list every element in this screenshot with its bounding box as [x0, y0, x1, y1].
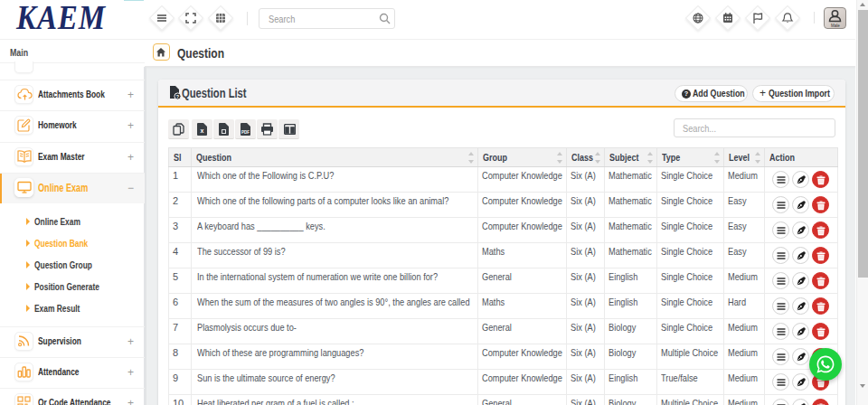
svg-text:?: ?	[684, 89, 689, 98]
svg-text:x: x	[201, 127, 204, 134]
svg-text:PDF: PDF	[241, 130, 250, 135]
